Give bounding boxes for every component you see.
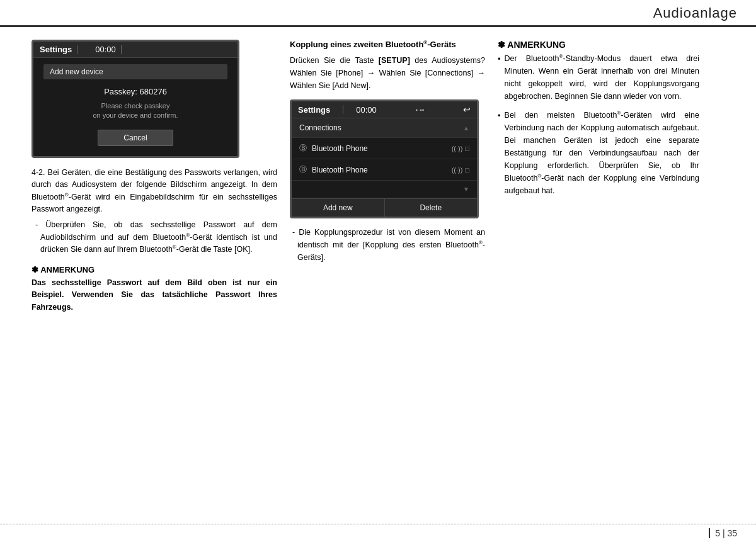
call-icon-1: ((·)): [452, 145, 463, 152]
bullet-text-2: Bei den meisten Bluetooth®-Geräten wird …: [505, 109, 699, 197]
check-passkey-text: Please check passkey on your device and …: [43, 101, 227, 121]
section-body-kopplung: Drücken Sie die Taste [SETUP] des Audios…: [290, 54, 485, 92]
add-new-device-label: Add new device: [43, 64, 227, 79]
main-content: Settings 00:00 Add new device Passkey: 6…: [0, 27, 756, 320]
screen2-time: 00:00: [356, 105, 377, 115]
delete-button[interactable]: Delete: [385, 199, 478, 217]
anmerkung-right: ✽ ANMERKUNG • Der Bluetooth®-Standby-Mod…: [498, 40, 699, 197]
bullet-item-1: • Der Bluetooth®-Standby-Modus dauert et…: [498, 52, 699, 103]
bt-phone-2-left: Ⓑ Bluetooth Phone: [299, 164, 368, 175]
bt-phone-1-left: Ⓑ Bluetooth Phone: [299, 143, 368, 154]
item-4-2-text: 4-2. Bei Geräten, die eine Bestätigung d…: [32, 167, 277, 216]
add-new-button[interactable]: Add new: [292, 199, 385, 217]
anmerkung-left-title: ✽ ANMERKUNG: [32, 265, 277, 274]
left-text-content: 4-2. Bei Geräten, die eine Bestätigung d…: [32, 167, 277, 256]
screen1-separator2: [121, 45, 122, 54]
bt-phone-row-1[interactable]: Ⓑ Bluetooth Phone ((·)) □: [292, 138, 477, 159]
footer-inner: 5 | 35: [0, 524, 756, 542]
bullet-list: • Der Bluetooth®-Standby-Modus dauert et…: [498, 52, 699, 197]
bullet-text-1: Der Bluetooth®-Standby-Modus dauert etwa…: [505, 52, 699, 103]
screen-mockup-1: Settings 00:00 Add new device Passkey: 6…: [32, 40, 239, 158]
back-icon: ↩: [463, 104, 471, 115]
page-number: 5 | 35: [709, 528, 737, 538]
call-icon-2: ((·)): [452, 166, 463, 174]
anmerkung-left: ✽ ANMERKUNG Das sechsstellige Passwort a…: [32, 265, 277, 313]
section-title-kopplung: Kopplung eines zweiten Bluetooth®-Geräts: [290, 40, 485, 49]
mid-dash-item: - Die Kopplungsprozedur ist von diesem M…: [290, 226, 485, 264]
screen1-title: Settings: [40, 45, 72, 54]
signal-icons-2: ((·)) □: [452, 166, 469, 174]
phone-icon-2: □: [465, 166, 469, 174]
page-footer: 5 | 35: [0, 524, 756, 542]
status-bar-icons: ▪ ▪▪: [416, 106, 425, 113]
screen2-header-left: Settings 00:00: [298, 105, 377, 115]
middle-column: Kopplung eines zweiten Bluetooth®-Geräts…: [290, 40, 485, 313]
signal-icons-1: ((·)) □: [452, 145, 469, 152]
screen1-header: Settings 00:00: [33, 42, 238, 58]
bullet-icon-1: •: [498, 53, 501, 103]
screen2-header: Settings 00:00 ▪ ▪▪ ↩: [292, 101, 477, 118]
empty-row: ▼: [292, 181, 477, 198]
bt-phone-2-label: Bluetooth Phone: [312, 166, 368, 174]
phone-icon-1: □: [465, 145, 469, 152]
page-title: Audioanlage: [653, 5, 737, 21]
bullet-icon-2: •: [498, 110, 501, 197]
signal-icon: ▪▪: [420, 106, 424, 113]
scroll-up-icon: ▲: [463, 125, 469, 132]
screen2-separator: [343, 105, 343, 114]
connections-label-row: Connections ▲: [292, 118, 477, 138]
screen2-footer: Add new Delete: [292, 198, 477, 217]
anmerkung-right-title: ✽ ANMERKUNG: [498, 40, 699, 50]
screen1-separator: [77, 45, 77, 54]
screen1-body: Add new device Passkey: 680276 Please ch…: [33, 58, 238, 156]
scroll-arrows: ▲: [463, 125, 469, 132]
screen2-title: Settings: [298, 105, 330, 115]
bluetooth-icon-2: Ⓑ: [299, 164, 307, 175]
connections-label: Connections: [299, 123, 341, 132]
bluetooth-icon-1: Ⓑ: [299, 143, 307, 154]
right-column: ✽ ANMERKUNG • Der Bluetooth®-Standby-Mod…: [498, 40, 699, 313]
anmerkung-left-text: Das sechsstellige Passwort auf dem Bild …: [32, 277, 277, 313]
cancel-button[interactable]: Cancel: [98, 130, 173, 146]
bt-phone-1-label: Bluetooth Phone: [312, 144, 368, 153]
screen-mockup-2: Settings 00:00 ▪ ▪▪ ↩ Connections: [290, 99, 479, 218]
battery-icon: ▪: [416, 106, 418, 113]
dash-item-1: - Überprüfen Sie, ob das sechsstellige P…: [32, 219, 277, 256]
screen1-time: 00:00: [95, 45, 116, 54]
bt-phone-row-2[interactable]: Ⓑ Bluetooth Phone ((·)) □: [292, 159, 477, 181]
bullet-item-2: • Bei den meisten Bluetooth®-Geräten wir…: [498, 109, 699, 197]
passkey-text: Passkey: 680276: [43, 87, 227, 96]
left-column: Settings 00:00 Add new device Passkey: 6…: [32, 40, 277, 313]
screen2-body: Connections ▲ Ⓑ Bluetooth Phone ((·)): [292, 118, 477, 217]
page-header: Audioanlage: [0, 0, 756, 27]
scroll-down-arrows: ▼: [463, 186, 469, 193]
scroll-down-icon: ▼: [463, 186, 469, 193]
connections-list: Connections ▲ Ⓑ Bluetooth Phone ((·)): [292, 118, 477, 198]
